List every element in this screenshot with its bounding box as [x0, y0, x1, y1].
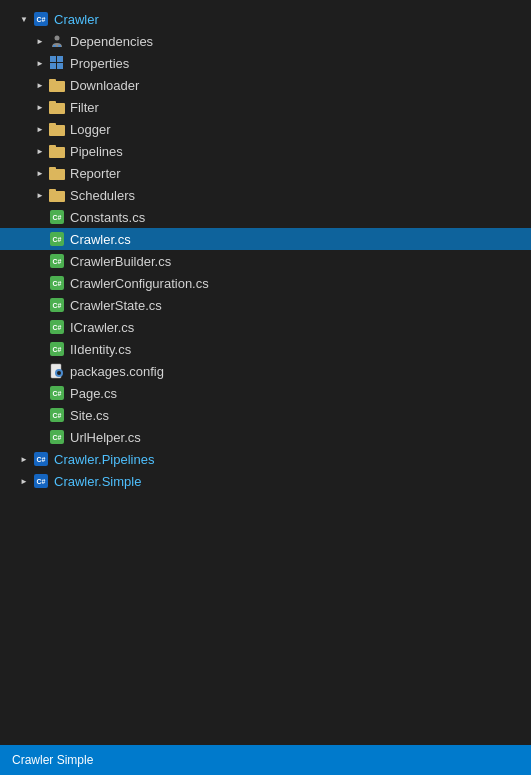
- item-label: Downloader: [70, 78, 139, 93]
- chevron-icon[interactable]: ►: [32, 121, 48, 137]
- cs-green-icon: C#: [48, 428, 66, 446]
- svg-rect-5: [50, 63, 56, 69]
- svg-rect-6: [57, 63, 63, 69]
- tree-item-crawler-simple[interactable]: ►C#Crawler.Simple: [0, 470, 531, 492]
- item-label: packages.config: [70, 364, 164, 379]
- tree-item-constants-cs[interactable]: C#Constants.cs: [0, 206, 531, 228]
- svg-rect-16: [49, 169, 65, 180]
- item-label: Reporter: [70, 166, 121, 181]
- cs-green-icon: C#: [48, 384, 66, 402]
- tree-item-crawler-project[interactable]: ▼C#Crawler: [0, 8, 531, 30]
- item-label: Dependencies: [70, 34, 153, 49]
- chevron-icon[interactable]: ►: [16, 451, 32, 467]
- tree-item-downloader[interactable]: ►Downloader: [0, 74, 531, 96]
- svg-rect-18: [49, 191, 65, 202]
- tree-item-pipelines[interactable]: ►Pipelines: [0, 140, 531, 162]
- item-label: Filter: [70, 100, 99, 115]
- tree-item-crawlerstate-cs[interactable]: C#CrawlerState.cs: [0, 294, 531, 316]
- svg-rect-3: [50, 56, 56, 62]
- chevron-icon[interactable]: ▼: [16, 11, 32, 27]
- svg-rect-8: [49, 81, 65, 92]
- pkg-icon: [48, 362, 66, 380]
- svg-rect-4: [57, 56, 63, 62]
- svg-point-21: [57, 371, 61, 375]
- tree-item-icrawler-cs[interactable]: C#ICrawler.cs: [0, 316, 531, 338]
- folder-icon: [48, 164, 66, 182]
- tree-item-schedulers[interactable]: ►Schedulers: [0, 184, 531, 206]
- cs-green-icon: C#: [48, 340, 66, 358]
- item-label: Constants.cs: [70, 210, 145, 225]
- status-bar: Crawler Simple: [0, 745, 531, 775]
- item-label: Pipelines: [70, 144, 123, 159]
- tree-item-filter[interactable]: ►Filter: [0, 96, 531, 118]
- tree-item-crawlerconfiguration-cs[interactable]: C#CrawlerConfiguration.cs: [0, 272, 531, 294]
- tree-item-iidentity-cs[interactable]: C#IIdentity.cs: [0, 338, 531, 360]
- cs-green-icon: C#: [48, 252, 66, 270]
- item-label: IIdentity.cs: [70, 342, 131, 357]
- svg-rect-10: [49, 103, 65, 114]
- solution-explorer-tree: ▼C#Crawler►Dependencies►Properties►Downl…: [0, 0, 531, 500]
- tree-item-logger[interactable]: ►Logger: [0, 118, 531, 140]
- item-label: Schedulers: [70, 188, 135, 203]
- chevron-icon[interactable]: ►: [32, 77, 48, 93]
- cs-green-icon: C#: [48, 318, 66, 336]
- tree-item-packages-config[interactable]: packages.config: [0, 360, 531, 382]
- svg-rect-14: [49, 147, 65, 158]
- folder-icon: [48, 186, 66, 204]
- item-label: Site.cs: [70, 408, 109, 423]
- svg-rect-2: [58, 45, 61, 47]
- cs-green-icon: C#: [48, 296, 66, 314]
- tree-item-crawler-pipelines[interactable]: ►C#Crawler.Pipelines: [0, 448, 531, 470]
- item-label: Page.cs: [70, 386, 117, 401]
- cs-green-icon: C#: [48, 208, 66, 226]
- props-icon: [48, 54, 66, 72]
- deps-icon: [48, 32, 66, 50]
- svg-point-0: [55, 36, 60, 41]
- item-label: CrawlerBuilder.cs: [70, 254, 171, 269]
- item-label: Crawler: [54, 12, 99, 27]
- folder-icon: [48, 120, 66, 138]
- tree-item-site-cs[interactable]: C#Site.cs: [0, 404, 531, 426]
- folder-icon: [48, 142, 66, 160]
- cs-blue-icon: C#: [32, 10, 50, 28]
- svg-rect-12: [49, 125, 65, 136]
- svg-rect-1: [53, 45, 56, 47]
- item-label: Crawler.Simple: [54, 474, 141, 489]
- item-label: UrlHelper.cs: [70, 430, 141, 445]
- chevron-icon[interactable]: ►: [32, 33, 48, 49]
- item-label: CrawlerConfiguration.cs: [70, 276, 209, 291]
- folder-icon: [48, 98, 66, 116]
- tree-item-reporter[interactable]: ►Reporter: [0, 162, 531, 184]
- item-label: Crawler.Pipelines: [54, 452, 154, 467]
- cs-blue-icon: C#: [32, 450, 50, 468]
- cs-green-icon: C#: [48, 274, 66, 292]
- chevron-icon[interactable]: ►: [32, 165, 48, 181]
- chevron-icon[interactable]: ►: [32, 187, 48, 203]
- status-bar-text: Crawler Simple: [12, 753, 93, 767]
- chevron-icon[interactable]: ►: [32, 143, 48, 159]
- cs-green-icon: C#: [48, 406, 66, 424]
- tree-item-crawler-cs[interactable]: C#Crawler.cs: [0, 228, 531, 250]
- tree-item-urlhelper-cs[interactable]: C#UrlHelper.cs: [0, 426, 531, 448]
- item-label: Crawler.cs: [70, 232, 131, 247]
- item-label: CrawlerState.cs: [70, 298, 162, 313]
- cs-green-icon: C#: [48, 230, 66, 248]
- cs-blue-icon: C#: [32, 472, 50, 490]
- tree-item-page-cs[interactable]: C#Page.cs: [0, 382, 531, 404]
- item-label: Properties: [70, 56, 129, 71]
- tree-item-dependencies[interactable]: ►Dependencies: [0, 30, 531, 52]
- chevron-icon[interactable]: ►: [16, 473, 32, 489]
- chevron-icon[interactable]: ►: [32, 99, 48, 115]
- folder-icon: [48, 76, 66, 94]
- tree-item-properties[interactable]: ►Properties: [0, 52, 531, 74]
- item-label: ICrawler.cs: [70, 320, 134, 335]
- tree-item-crawlerbuilder-cs[interactable]: C#CrawlerBuilder.cs: [0, 250, 531, 272]
- chevron-icon[interactable]: ►: [32, 55, 48, 71]
- item-label: Logger: [70, 122, 110, 137]
